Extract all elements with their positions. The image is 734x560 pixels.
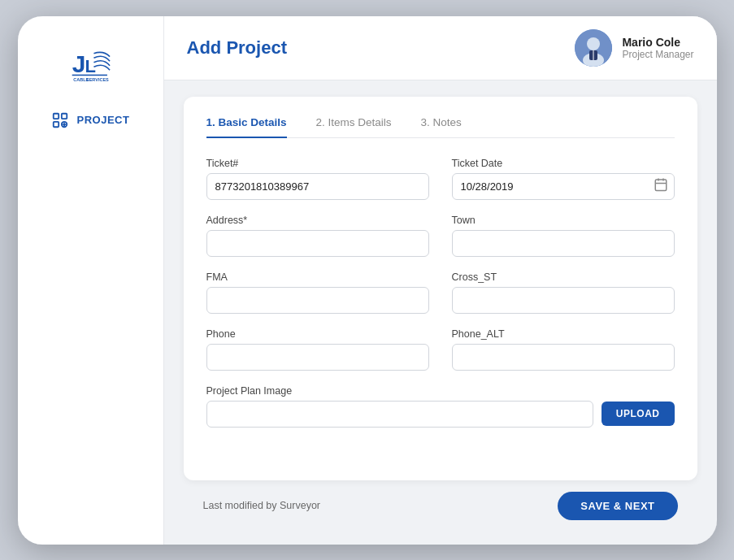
project-icon: [51, 111, 69, 129]
ticket-date-input[interactable]: [452, 173, 675, 200]
svg-rect-5: [53, 113, 58, 118]
user-text: Mario Cole Project Manager: [622, 36, 693, 60]
sidebar-project-label: PROJECT: [77, 114, 130, 126]
project-plan-input[interactable]: [206, 401, 593, 428]
address-field-group: Address*: [206, 215, 429, 257]
cross-st-input[interactable]: [452, 287, 675, 314]
tab-notes[interactable]: 3. Notes: [421, 116, 462, 138]
content-area: 1. Basic Details 2. Items Details 3. Not…: [164, 80, 717, 545]
avatar: [575, 29, 612, 67]
page-title: Add Project: [187, 37, 287, 59]
user-name: Mario Cole: [622, 36, 693, 49]
cross-st-label: Cross_ST: [452, 271, 675, 283]
ticket-date-field-group: Ticket Date: [452, 158, 675, 200]
footer: Last modified by Surveyor SAVE & NEXT: [184, 480, 697, 532]
phone-alt-input[interactable]: [452, 344, 675, 371]
sidebar-nav: PROJECT: [35, 102, 146, 139]
town-input[interactable]: [452, 230, 675, 257]
phone-field-group: Phone: [206, 328, 429, 371]
svg-text:SERVICES: SERVICES: [86, 77, 109, 82]
header: Add Project Mario Cole Project Mana: [164, 16, 717, 80]
sidebar-item-project[interactable]: PROJECT: [35, 102, 146, 139]
upload-row: UPLOAD: [206, 401, 675, 428]
calendar-icon[interactable]: [654, 177, 668, 195]
upload-button[interactable]: UPLOAD: [602, 402, 675, 426]
svg-point-12: [587, 37, 600, 50]
save-next-button[interactable]: SAVE & NEXT: [558, 492, 677, 520]
town-label: Town: [452, 215, 675, 226]
project-plan-label: Project Plan Image: [206, 385, 675, 397]
ticket-field-group: Ticket#: [206, 158, 429, 200]
logo-icon: J L CABLE SERVICES: [68, 41, 113, 85]
logo-area: J L CABLE SERVICES: [55, 33, 126, 102]
ticket-date-label: Ticket Date: [452, 158, 675, 169]
main-content: Add Project Mario Cole Project Mana: [164, 16, 717, 545]
svg-text:J: J: [72, 50, 85, 77]
svg-rect-7: [53, 121, 58, 126]
phone-input[interactable]: [206, 344, 429, 371]
phone-label: Phone: [206, 328, 429, 340]
ticket-date-input-wrapper: [452, 173, 675, 200]
cross-st-field-group: Cross_ST: [452, 271, 675, 314]
fma-input[interactable]: [206, 287, 429, 314]
sidebar: J L CABLE SERVICES: [18, 16, 164, 545]
phone-alt-field-group: Phone_ALT: [452, 328, 675, 371]
user-role: Project Manager: [622, 49, 693, 60]
svg-rect-2: [72, 74, 106, 76]
tab-basic-details[interactable]: 1. Basic Details: [206, 116, 287, 138]
ticket-label: Ticket#: [206, 158, 429, 169]
address-input[interactable]: [206, 230, 429, 257]
project-plan-field-group: Project Plan Image UPLOAD: [206, 385, 675, 428]
tab-items-details[interactable]: 2. Items Details: [316, 116, 392, 138]
address-label: Address*: [206, 215, 429, 226]
form-grid: Ticket# Ticket Date: [206, 158, 675, 428]
fma-label: FMA: [206, 271, 429, 283]
tabs-bar: 1. Basic Details 2. Items Details 3. Not…: [206, 116, 675, 138]
town-field-group: Town: [452, 215, 675, 257]
last-modified-text: Last modified by Surveyor: [203, 500, 321, 511]
form-card: 1. Basic Details 2. Items Details 3. Not…: [184, 97, 697, 480]
svg-rect-16: [655, 180, 667, 191]
phone-alt-label: Phone_ALT: [452, 328, 675, 340]
svg-rect-6: [61, 113, 66, 118]
ticket-input[interactable]: [206, 173, 429, 200]
fma-field-group: FMA: [206, 271, 429, 314]
user-info: Mario Cole Project Manager: [575, 29, 693, 67]
